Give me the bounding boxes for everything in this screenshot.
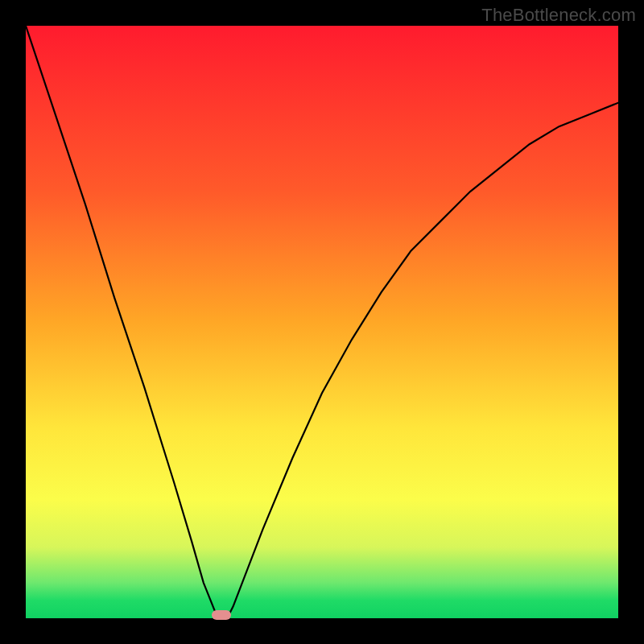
chart-frame: TheBottleneck.com <box>0 0 644 644</box>
watermark-text: TheBottleneck.com <box>481 5 636 26</box>
plot-area <box>26 26 618 618</box>
bottleneck-curve <box>26 26 618 618</box>
minimum-marker <box>212 610 231 620</box>
